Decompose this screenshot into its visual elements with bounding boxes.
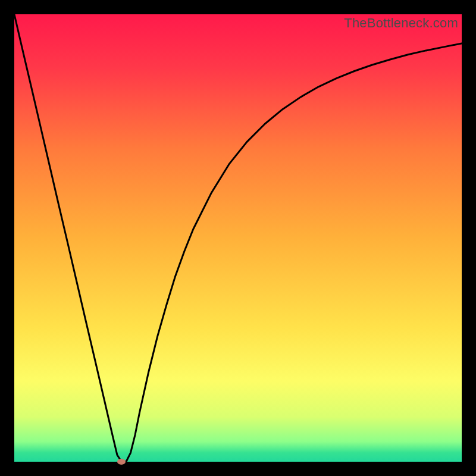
bottleneck-chart [14,14,462,462]
watermark-text: TheBottleneck.com [344,15,458,31]
chart-frame: TheBottleneck.com [14,14,462,462]
optimal-point-marker [117,459,126,465]
gradient-background [14,14,462,462]
